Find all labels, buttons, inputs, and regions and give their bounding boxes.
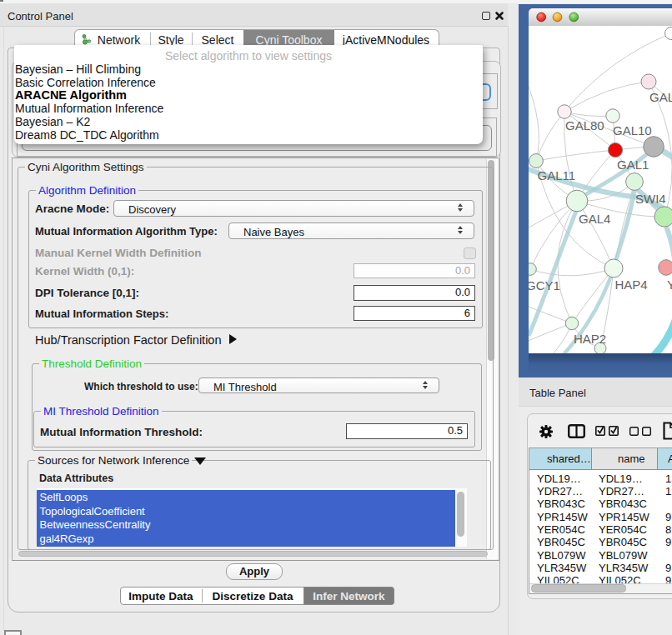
svg-text:GAL10: GAL10 xyxy=(613,123,652,138)
svg-text:GCY1: GCY1 xyxy=(529,278,560,292)
svg-text:GAL4: GAL4 xyxy=(579,212,610,226)
svg-text:HAP2: HAP2 xyxy=(574,332,606,346)
svg-text:GAL1: GAL1 xyxy=(617,158,649,172)
svg-text:Y: Y xyxy=(667,278,672,292)
svg-text:GAL: GAL xyxy=(649,90,672,104)
svg-text:GAL80: GAL80 xyxy=(565,118,604,132)
svg-text:SWI4: SWI4 xyxy=(635,192,666,206)
svg-text:GAL11: GAL11 xyxy=(538,168,576,182)
svg-text:HAP4: HAP4 xyxy=(615,278,648,292)
